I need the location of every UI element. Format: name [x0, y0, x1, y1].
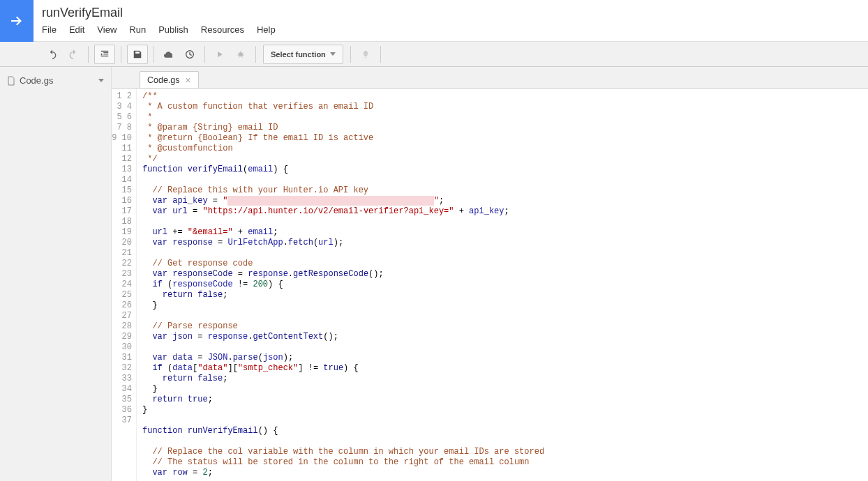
chevron-down-icon: [330, 52, 336, 56]
separator: [255, 46, 256, 63]
run-button[interactable]: [209, 45, 230, 64]
app-logo[interactable]: [0, 0, 33, 42]
title-menu-area: runVerifyEmail File Edit View Run Publis…: [33, 0, 284, 41]
tab-code-gs[interactable]: Code.gs ×: [140, 71, 199, 89]
redo-icon: [68, 49, 79, 60]
project-title[interactable]: runVerifyEmail: [42, 6, 276, 20]
undo-button[interactable]: [42, 45, 63, 64]
separator: [380, 46, 381, 63]
debug-button[interactable]: [230, 45, 251, 64]
chevron-down-icon[interactable]: [98, 79, 104, 82]
editor-pane: Code.gs × 1 2 3 4 5 6 7 8 9 10 11 12 13 …: [112, 67, 868, 481]
deploy-button[interactable]: [158, 45, 179, 64]
tab-bar: Code.gs ×: [112, 67, 868, 89]
separator: [88, 46, 89, 63]
undo-icon: [47, 49, 58, 60]
hint-button[interactable]: [355, 45, 376, 64]
content-area: Code.gs Code.gs × 1 2 3 4 5 6 7 8 9 10 1…: [0, 67, 868, 481]
file-name: Code.gs: [20, 75, 53, 86]
triggers-button[interactable]: [179, 45, 200, 64]
cloud-icon: [163, 49, 174, 60]
separator: [154, 46, 154, 63]
menu-file[interactable]: File: [42, 24, 57, 35]
separator: [121, 46, 121, 63]
bug-icon: [236, 49, 246, 59]
indent-button[interactable]: [94, 45, 115, 64]
menu-bar: File Edit View Run Publish Resources Hel…: [42, 24, 276, 35]
menu-help[interactable]: Help: [257, 24, 276, 35]
menu-edit[interactable]: Edit: [69, 24, 84, 35]
redo-button[interactable]: [63, 45, 84, 64]
select-function-dropdown[interactable]: Select function: [263, 45, 343, 64]
select-function-label: Select function: [271, 50, 326, 59]
code-editor[interactable]: 1 2 3 4 5 6 7 8 9 10 11 12 13 14 15 16 1…: [112, 88, 868, 481]
save-button[interactable]: [127, 45, 148, 64]
file-sidebar: Code.gs: [0, 67, 112, 481]
code-content[interactable]: /** * A custom function that verifies an…: [137, 89, 868, 481]
separator: [204, 46, 205, 63]
menu-run[interactable]: Run: [129, 24, 146, 35]
file-icon: [7, 76, 15, 86]
menu-publish[interactable]: Publish: [158, 24, 188, 35]
line-gutter: 1 2 3 4 5 6 7 8 9 10 11 12 13 14 15 16 1…: [112, 89, 137, 481]
indent-icon: [100, 49, 110, 59]
lightbulb-icon: [361, 49, 371, 59]
header: runVerifyEmail File Edit View Run Publis…: [0, 0, 868, 42]
file-entry-code-gs[interactable]: Code.gs: [4, 72, 107, 89]
svg-point-1: [239, 52, 243, 56]
arrow-right-icon: [8, 13, 25, 29]
clock-icon: [184, 49, 195, 60]
separator: [350, 46, 351, 63]
menu-view[interactable]: View: [97, 24, 117, 35]
menu-resources[interactable]: Resources: [201, 24, 244, 35]
save-icon: [133, 49, 142, 59]
play-icon: [216, 50, 224, 59]
close-icon[interactable]: ×: [186, 75, 191, 85]
toolbar: Select function: [0, 42, 868, 67]
tab-label: Code.gs: [147, 75, 180, 85]
